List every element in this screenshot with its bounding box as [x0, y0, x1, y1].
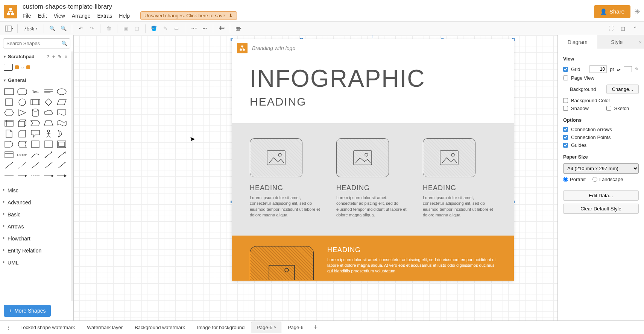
menu-file[interactable]: File — [23, 13, 31, 19]
shape-rect[interactable] — [4, 88, 14, 96]
tab-diagram[interactable]: Diagram — [558, 35, 597, 49]
scratchpad-shape[interactable] — [15, 65, 19, 69]
shape-actor[interactable] — [43, 130, 54, 138]
cat-basic[interactable]: Basic — [0, 209, 71, 221]
shape-link5[interactable] — [56, 172, 67, 180]
page-tab[interactable]: Locked shape watermark — [15, 322, 80, 333]
cat-uml[interactable]: UML — [0, 257, 71, 269]
cat-entity[interactable]: Entity Relation — [0, 245, 71, 257]
shape-hexagon[interactable] — [4, 109, 14, 117]
shape-tape[interactable] — [56, 119, 67, 127]
shape-line2[interactable] — [30, 161, 41, 169]
more-shapes-button[interactable]: +More Shapes — [4, 305, 51, 317]
zoom-select[interactable]: 75%▾ — [21, 26, 41, 32]
zoom-in-icon[interactable]: 🔍 — [47, 23, 58, 34]
add-page-icon[interactable]: + — [310, 323, 322, 331]
cat-flowchart[interactable]: Flowchart — [0, 233, 71, 245]
to-back-icon[interactable]: ▢ — [132, 23, 142, 34]
scratchpad-header[interactable]: ▾Scratchpad ?+✎× — [0, 51, 71, 62]
shape-square[interactable] — [4, 98, 14, 106]
shape-rect3[interactable] — [43, 140, 54, 148]
menu-arrange[interactable]: Arrange — [72, 13, 91, 19]
page-tab[interactable]: Background watermark — [129, 322, 191, 333]
shape-link2[interactable] — [17, 172, 27, 180]
menu-help[interactable]: Help — [119, 13, 130, 19]
delete-icon[interactable]: 🗑 — [103, 23, 114, 34]
zoom-out-icon[interactable]: 🔍 — [58, 23, 69, 34]
collapse-icon[interactable]: ⌃ — [630, 23, 640, 34]
shape-parallelogram[interactable] — [56, 98, 67, 106]
sidebar-toggle-icon[interactable]: ▾ — [4, 23, 14, 34]
redo-icon[interactable]: ↷ — [87, 23, 97, 34]
cat-misc[interactable]: Misc — [0, 184, 71, 196]
clear-style-button[interactable]: Clear Default Style — [563, 204, 639, 214]
shape-document[interactable] — [56, 109, 67, 117]
shape-list[interactable] — [4, 151, 14, 159]
grid-color-swatch[interactable] — [624, 66, 632, 72]
chevron-up-icon[interactable]: ^ — [274, 326, 276, 330]
portrait-radio[interactable]: Portrait — [563, 177, 586, 182]
shape-cylinder[interactable] — [30, 109, 41, 117]
shape-callout[interactable] — [30, 130, 41, 138]
scratchpad-shape[interactable] — [26, 65, 30, 69]
cat-arrows[interactable]: Arrows — [0, 221, 71, 233]
shape-diamond[interactable] — [43, 98, 54, 106]
edit-data-button[interactable]: Edit Data... — [563, 190, 639, 201]
pencil-icon[interactable]: ✎ — [635, 66, 639, 72]
shape-note[interactable] — [4, 130, 14, 138]
guides-checkbox[interactable] — [563, 143, 568, 148]
fill-icon[interactable]: 🪣 — [149, 23, 159, 34]
close-icon[interactable]: × — [65, 54, 67, 59]
shape-roundrect[interactable] — [17, 88, 27, 96]
shape-link4[interactable] — [43, 172, 54, 180]
page-tab[interactable]: Page-6 — [282, 322, 309, 333]
format-panel-icon[interactable]: ◫ — [618, 23, 628, 34]
line-color-icon[interactable]: ✎ — [160, 23, 170, 34]
canvas-page[interactable]: Branding with logo INFOGRAPHIC HEADING H… — [232, 39, 514, 281]
shape-step[interactable] — [30, 119, 41, 127]
fullscreen-icon[interactable]: ⛶ — [606, 23, 616, 34]
pageview-checkbox[interactable] — [563, 76, 568, 80]
table-icon[interactable]: ▦▾ — [233, 23, 244, 34]
panel-close-icon[interactable]: × — [636, 35, 644, 49]
shape-or[interactable] — [56, 130, 67, 138]
cat-advanced[interactable]: Advanced — [0, 196, 71, 209]
connpoints-checkbox[interactable] — [563, 135, 568, 140]
shape-arrow2[interactable] — [56, 161, 67, 169]
shape-double[interactable] — [56, 140, 67, 148]
to-front-icon[interactable]: ▣ — [120, 23, 131, 34]
share-button[interactable]: 👤 Share — [594, 5, 630, 18]
shape-line[interactable] — [4, 161, 14, 169]
scratchpad-shape[interactable] — [4, 64, 13, 71]
shape-curve[interactable] — [30, 151, 41, 159]
doc-title[interactable]: custom-shapes-template-library — [23, 3, 594, 11]
shape-rect2[interactable] — [30, 140, 41, 148]
connection-icon[interactable]: →▾ — [188, 23, 199, 34]
shape-biarrow[interactable] — [43, 151, 54, 159]
app-logo[interactable] — [4, 5, 17, 18]
shape-card[interactable] — [17, 130, 27, 138]
shape-and[interactable] — [4, 140, 14, 148]
page-tabs-menu-icon[interactable]: ⋮ — [3, 325, 14, 330]
stepper-icon[interactable]: ▴▾ — [617, 67, 621, 71]
insert-icon[interactable]: +▾ — [216, 23, 227, 34]
add-icon[interactable]: + — [52, 54, 55, 59]
connarrows-checkbox[interactable] — [563, 127, 568, 132]
shadow-icon[interactable]: ▭ — [171, 23, 182, 34]
search-shapes-input[interactable] — [3, 38, 70, 48]
shape-listitem[interactable]: List Item — [17, 151, 27, 159]
page-tab[interactable]: Image for background — [191, 322, 250, 333]
shape-text[interactable]: Text — [30, 88, 41, 96]
grid-size-input[interactable] — [589, 65, 607, 73]
shape-link1[interactable] — [4, 172, 14, 180]
shape-biarrow2[interactable] — [43, 161, 54, 169]
shape-trapezoid[interactable] — [43, 119, 54, 127]
unsaved-badge[interactable]: Unsaved changes. Click here to save. ⬇ — [140, 11, 237, 20]
general-header[interactable]: ▾General — [0, 75, 71, 85]
shape-dashline[interactable] — [17, 161, 27, 169]
shape-textbox[interactable] — [43, 88, 54, 96]
landscape-radio[interactable]: Landscape — [592, 177, 623, 182]
help-icon[interactable]: ? — [47, 54, 49, 59]
grid-checkbox[interactable] — [563, 67, 568, 72]
shape-datastore[interactable] — [17, 140, 27, 148]
